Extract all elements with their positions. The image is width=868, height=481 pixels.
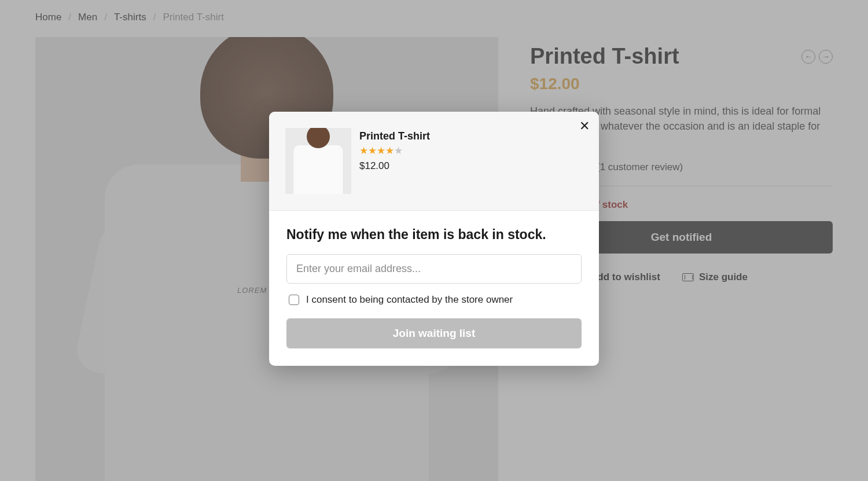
modal-header: Printed T-shirt ★ ★ ★ ★ ★ $12.00 [269,112,599,211]
consent-label: I consent to being contacted by the stor… [306,294,513,306]
modal-product-title: Printed T-shirt [359,130,430,142]
rating-stars: ★ ★ ★ ★ ★ [359,145,430,157]
star-icon: ★ [377,145,385,157]
consent-checkbox[interactable] [289,295,299,305]
star-icon: ★ [385,145,394,157]
consent-row[interactable]: I consent to being contacted by the stor… [286,294,582,306]
star-icon: ★ [368,145,377,157]
notify-modal: ✕ Printed T-shirt ★ ★ ★ ★ ★ $12.00 Notif… [269,112,599,366]
email-input[interactable] [286,254,582,284]
modal-heading: Notify me when the item is back in stock… [286,227,582,243]
close-icon: ✕ [579,119,590,133]
modal-overlay[interactable]: ✕ Printed T-shirt ★ ★ ★ ★ ★ $12.00 Notif… [0,0,868,481]
modal-product-thumbnail [285,128,351,194]
star-icon: ★ [394,145,403,157]
join-waiting-list-button[interactable]: Join waiting list [286,318,582,348]
close-modal-button[interactable]: ✕ [579,120,590,133]
star-icon: ★ [359,145,368,157]
modal-body: Notify me when the item is back in stock… [269,211,599,366]
modal-product-price: $12.00 [359,160,430,172]
modal-product-info: Printed T-shirt ★ ★ ★ ★ ★ $12.00 [359,128,430,194]
